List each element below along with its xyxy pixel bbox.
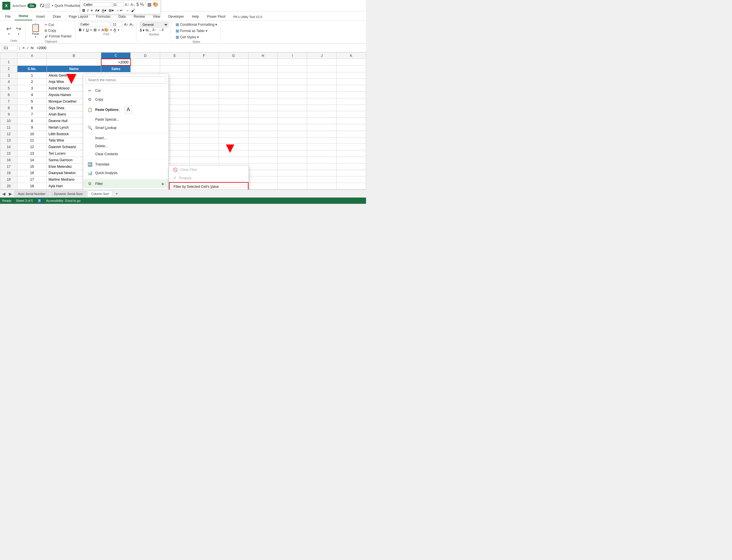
font-size-input[interactable] — [112, 22, 123, 27]
percent-btn[interactable]: % — [146, 28, 149, 32]
cell-b1[interactable] — [47, 59, 101, 66]
tab-utility[interactable]: PK's Utility Tool V2.0 — [229, 13, 266, 20]
fx-label[interactable]: fx — [31, 46, 34, 50]
mini-underline-btn[interactable]: A̲▾ — [102, 8, 106, 13]
sheet-nav-next[interactable]: ▶ — [8, 191, 13, 197]
mini-brush-icon[interactable]: 🖌 — [131, 8, 135, 13]
cell-h1[interactable] — [248, 59, 278, 66]
mini-border-btn[interactable]: ⊞▾ — [109, 8, 114, 13]
fill-color-btn[interactable]: A🎨 — [102, 28, 109, 32]
redo-btn[interactable]: ↪ ▾ — [14, 24, 23, 37]
decrease-decimal-btn[interactable]: .0← — [152, 28, 157, 32]
context-sort[interactable]: Sort ▶ — [83, 188, 168, 190]
cell-g2[interactable] — [219, 65, 248, 72]
cell-g1[interactable] — [219, 59, 248, 66]
mini-comma-icon[interactable]: ' — [145, 2, 146, 7]
cell-i2[interactable] — [278, 65, 307, 72]
mini-incr-indent[interactable]: → — [125, 8, 129, 13]
sub-filter-value[interactable]: Filter by Selected Cell's Value — [169, 182, 248, 190]
mini-font-size[interactable] — [112, 2, 124, 7]
mini-format-icon[interactable]: ▦ — [147, 2, 152, 7]
cell-a1[interactable] — [17, 59, 47, 66]
mini-font-shrink-icon[interactable]: A↓ — [130, 2, 135, 7]
sheet-nav-prev[interactable]: ◀ — [1, 191, 7, 197]
cell-e2[interactable] — [160, 65, 189, 72]
context-smart-lookup[interactable]: 🔍 Smart Lookup — [83, 123, 168, 132]
formula-input[interactable] — [35, 46, 364, 50]
copy-btn[interactable]: ⧉ Copy — [43, 28, 73, 33]
font-shrink-icon[interactable]: A↓ — [130, 22, 134, 27]
mini-bold-btn[interactable]: B — [82, 8, 85, 13]
refresh-icon[interactable]: 🗘 — [40, 3, 44, 8]
mini-font-grow-icon[interactable]: A↑ — [125, 2, 129, 7]
sub-clear-filter[interactable]: 🚫 Clear Filter — [169, 166, 248, 174]
increase-decimal-btn[interactable]: →.0 — [158, 28, 163, 32]
dollar-btn[interactable]: $ ▾ — [140, 28, 144, 32]
cell-h2[interactable] — [248, 65, 278, 72]
mini-percent-icon[interactable]: % — [140, 2, 144, 7]
cell-a2[interactable]: S.No. — [17, 65, 47, 72]
sheet-tab-column-sort[interactable]: Column Sort — [87, 191, 112, 197]
sheet-tab-add[interactable]: + — [114, 191, 120, 197]
mini-align-btn[interactable]: ≡ — [91, 8, 93, 13]
tab-developer[interactable]: Developer — [164, 13, 188, 20]
font-grow-icon[interactable]: A↑ — [124, 22, 128, 27]
paste-btn[interactable]: 📋 Paste ▾ — [29, 22, 42, 39]
cell-e1[interactable] — [160, 59, 189, 66]
tab-insert[interactable]: Insert — [32, 13, 49, 20]
context-search-input[interactable] — [85, 76, 166, 84]
cell-f2[interactable] — [189, 65, 219, 72]
context-cut[interactable]: ✂ Cut — [83, 86, 168, 95]
mini-highlight-btn[interactable]: A▾ — [95, 8, 100, 13]
cell-c1[interactable]: >2000 — [101, 59, 131, 66]
paste-a-icon[interactable]: A — [125, 106, 132, 113]
mini-font-name[interactable] — [82, 2, 111, 7]
cut-btn[interactable]: ✂ Cut — [43, 22, 73, 27]
cell-d2[interactable] — [131, 65, 160, 72]
sub-reapply[interactable]: ↺ Reapply — [169, 174, 248, 182]
tab-draw[interactable]: Draw — [49, 13, 65, 20]
font-color-btn[interactable]: A̲ — [114, 28, 116, 32]
mini-dollar-icon[interactable]: $ — [136, 2, 139, 7]
comma-btn[interactable]: , — [150, 28, 151, 32]
mini-decr-indent[interactable]: ←↵ — [116, 8, 123, 13]
format-painter-btn[interactable]: 🖌 Format Painter — [43, 34, 73, 39]
conditional-formatting-btn[interactable]: ▦ Conditional Formatting ▾ — [174, 22, 218, 27]
context-delete[interactable]: Delete... — [83, 142, 168, 150]
tab-home[interactable]: Home — [15, 12, 32, 20]
tab-help[interactable]: Help — [188, 13, 203, 20]
italic-btn[interactable]: I — [83, 28, 84, 32]
undo-btn[interactable]: ↩ ▾ — [5, 24, 13, 37]
format-as-table-btn[interactable]: ▦ Format as Table ▾ — [174, 28, 218, 33]
sheet-tab-auto-serial[interactable]: Auto Serial Number — [14, 191, 49, 197]
cell-styles-btn[interactable]: ▦ Cell Styles ▾ — [174, 34, 218, 40]
number-format-select[interactable]: General — [140, 22, 168, 27]
context-translate[interactable]: 🔤 Translate — [83, 160, 168, 169]
cell-k1[interactable] — [337, 59, 366, 66]
cell-f1[interactable] — [189, 59, 219, 66]
cell-j1[interactable] — [307, 59, 337, 66]
inspect-icon[interactable]: ⬜ — [44, 3, 50, 8]
context-copy[interactable]: ⧉ Copy — [83, 95, 168, 104]
context-insert[interactable]: Insert... — [83, 134, 168, 142]
cell-i1[interactable] — [278, 59, 307, 66]
cell-k2[interactable] — [337, 65, 366, 72]
sheet-tab-dynamic-serial[interactable]: Dynamic Serial Num — [50, 191, 86, 197]
mini-italic-btn[interactable]: I — [87, 8, 88, 13]
font-name-input[interactable] — [79, 22, 110, 27]
cell-j2[interactable] — [307, 65, 337, 72]
fx-cancel-icon[interactable]: ✕ — [22, 46, 25, 50]
autosave-toggle[interactable]: On — [27, 3, 36, 8]
cell-c2[interactable]: Sales — [101, 65, 131, 72]
context-paste-special[interactable]: Paste Special... — [83, 115, 168, 123]
tab-file[interactable]: File — [1, 13, 15, 20]
context-filter[interactable]: ⧉ Filter ▶ — [83, 179, 168, 188]
cell-d1[interactable] — [131, 59, 160, 66]
fx-confirm-icon[interactable]: ✓ — [26, 46, 29, 50]
mini-paint-icon[interactable]: 🎨 — [153, 2, 158, 7]
border-btn[interactable]: ⊞ — [94, 28, 97, 32]
tab-powerpivot[interactable]: Power Pivot — [203, 13, 229, 20]
context-clear-contents[interactable]: Clear Contents — [83, 150, 168, 158]
underline-btn[interactable]: U — [86, 28, 89, 32]
context-quick-analysis[interactable]: 📊 Quick Analysis — [83, 169, 168, 177]
